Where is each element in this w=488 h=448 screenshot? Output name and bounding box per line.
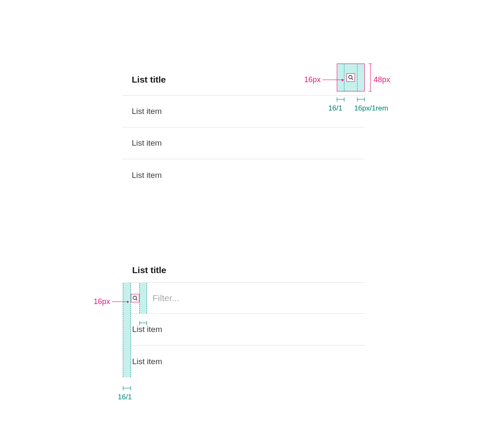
annotation-span-right-a — [357, 97, 365, 102]
list-item[interactable]: List item — [123, 346, 365, 377]
annotation-span-left-a — [337, 97, 344, 102]
svg-point-2 — [133, 296, 136, 299]
annotation-icon-size-b: 16px — [94, 297, 129, 306]
annotation-button-height: 48px — [374, 75, 390, 84]
annotation-padding-left-b: 16/1 — [118, 393, 132, 401]
filter-row: Filter... — [123, 282, 365, 314]
svg-line-1 — [352, 78, 353, 80]
annotation-padding-right-a: 16px/1rem — [354, 104, 388, 113]
list-item[interactable]: List item — [122, 159, 365, 191]
annotation-span-gap-b — [139, 321, 147, 325]
svg-point-0 — [349, 75, 352, 79]
list-title: List title — [123, 258, 365, 282]
list-item[interactable]: List item — [123, 314, 365, 346]
svg-line-3 — [136, 299, 137, 300]
annotation-padding-left-a: 16/1 — [328, 104, 342, 113]
list-example-b: List title Filter... List item List item — [123, 258, 365, 377]
list-item[interactable]: List item — [122, 127, 365, 159]
search-icon — [347, 73, 355, 82]
search-icon — [131, 294, 139, 302]
annotation-height-bracket — [369, 64, 372, 91]
annotation-span-left-b — [123, 386, 131, 390]
filter-input[interactable]: Filter... — [152, 293, 179, 303]
list-body: List item List item — [123, 314, 365, 377]
list-title: List title — [122, 75, 166, 85]
annotation-icon-size-a: 16px — [304, 75, 344, 84]
